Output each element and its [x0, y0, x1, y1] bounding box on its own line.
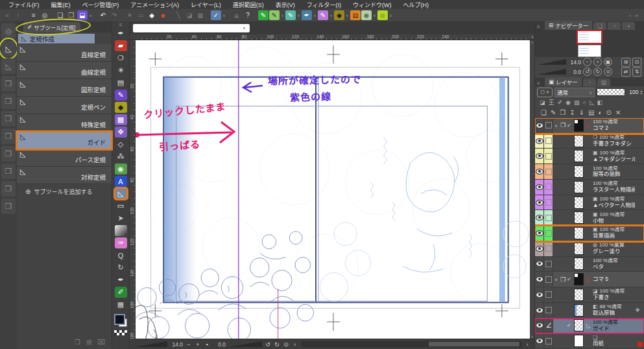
eraser-icon[interactable]: ◆ — [147, 10, 157, 20]
layer-row[interactable]: ∨ ❒ ✓ ◺ 100 %通常 コマ 2 — [535, 118, 644, 134]
scroll-left-icon[interactable]: ‹ — [292, 341, 298, 348]
tutorial-cap-icon[interactable]: ⌂ — [232, 10, 242, 20]
actual-size-icon[interactable]: ⊡ — [632, 58, 641, 67]
layer-row[interactable]: ∨ ❒ ✓ ◺ コマ 5 — [535, 272, 644, 287]
layer-checkbox-cell[interactable] — [544, 180, 553, 195]
lock-layer-icon[interactable]: ◉ — [566, 99, 571, 106]
layer-checkbox-cell[interactable] — [544, 149, 553, 163]
material-folder-x-icon[interactable]: ❒ — [1, 128, 16, 144]
item-bank-tab-icon[interactable]: ◔ — [608, 22, 621, 30]
layer-mask-icon[interactable]: ◐ — [599, 109, 602, 116]
clip-studio-icon[interactable]: ◎ — [40, 10, 50, 20]
layer-checkbox-cell[interactable] — [544, 287, 553, 302]
subtool-item[interactable]: ◺ 直線定規 — [17, 44, 112, 62]
layer-visibility-cell[interactable] — [535, 149, 544, 163]
zoom-fit-button[interactable]: ▪ — [204, 341, 210, 348]
rotate-right-icon[interactable]: ↻ — [593, 67, 602, 76]
layer-visibility-cell[interactable] — [535, 226, 544, 241]
object-tool-icon[interactable]: ➤ — [115, 213, 127, 224]
flip-horizontal-icon[interactable]: ⇄ — [621, 67, 630, 77]
eyedropper-tool-icon[interactable]: ✑ — [115, 237, 127, 248]
layer-row[interactable]: ▣100 %通常 小物 — [535, 210, 644, 226]
subtool-item[interactable]: ◺ 対称定規 — [17, 167, 112, 184]
navigator-preview[interactable] — [535, 30, 644, 57]
layer-row[interactable]: ▣100 %通常 背景描画 — [535, 226, 644, 241]
material-folder-x-icon[interactable]: ❒ — [1, 146, 16, 162]
rotate-left-icon[interactable]: ↺ — [583, 67, 591, 76]
new-folder-icon[interactable]: ❒ — [560, 109, 566, 116]
flip-vertical-icon[interactable]: ⇅ — [632, 67, 641, 77]
layer-thumbnail[interactable] — [574, 243, 584, 255]
delete-layer-icon[interactable]: ✕ — [615, 109, 621, 116]
layer-row[interactable]: ❍100 %通常 手書きフキダシ — [535, 134, 644, 149]
pattern-tool-icon[interactable]: ◉ — [115, 163, 127, 174]
menu-item[interactable]: 編集(E) — [45, 1, 77, 9]
palette-color-dropdown[interactable]: ▢∨ — [537, 88, 553, 97]
layer-row[interactable]: ◍100 %乗算 グレー塗り — [535, 241, 644, 257]
layer-row[interactable]: 100 %通常 服等の装飾 — [535, 164, 644, 180]
reference-layer-icon[interactable]: 王 — [549, 98, 555, 106]
menu-item[interactable]: ファイル(F) — [3, 1, 45, 9]
subtool-item[interactable]: ◺ 曲線定規 — [17, 62, 112, 79]
subtool-group-ruler-icon[interactable]: ◺ — [1, 41, 16, 56]
layer-visibility-cell[interactable] — [535, 287, 544, 302]
navigator-rotate-slider[interactable] — [538, 69, 566, 75]
frame-border-tool-icon[interactable]: ▭ — [115, 200, 127, 211]
layer-visibility-cell[interactable] — [535, 257, 544, 272]
zoom-tool-icon[interactable]: Q — [115, 250, 127, 261]
ruler-tool-icon[interactable]: ◺ — [115, 188, 127, 199]
tone-tool-icon[interactable]: ▩ — [115, 114, 127, 125]
paper-texture-icon[interactable]: ▤ — [588, 109, 594, 116]
layer-visibility-cell[interactable] — [535, 180, 544, 195]
layer-thumbnail[interactable] — [574, 181, 584, 193]
layer-thumbnail[interactable] — [574, 150, 584, 162]
subtool-item[interactable]: ◺ 定規ペン — [17, 97, 112, 114]
layer-thumbnail[interactable] — [574, 211, 584, 224]
panel-menu-icon[interactable]: ≡ — [537, 24, 543, 30]
snap-caret-icon[interactable]: ∨ — [222, 10, 226, 20]
fill-red-icon[interactable]: ■ — [158, 10, 168, 20]
expand-right-icon[interactable]: › — [629, 12, 631, 19]
layer-row[interactable]: 100 %通常 ベタ — [535, 257, 644, 272]
layer-thumbnail[interactable] — [574, 119, 584, 132]
rotate-view-tool-icon[interactable]: ↻ — [115, 262, 127, 273]
layer-row[interactable]: 100 %通常 ラスター人物描画 — [535, 180, 644, 195]
layer-visibility-cell[interactable] — [535, 195, 544, 210]
layer-thumbnail[interactable] — [574, 165, 584, 178]
layer-checkbox-cell[interactable] — [544, 134, 553, 149]
hamburger-menu-icon[interactable]: ≡ — [29, 10, 39, 20]
opacity-stepper[interactable]: ▴▾ — [640, 90, 642, 95]
transparent-color-swatch[interactable] — [114, 330, 127, 335]
pen-ink-icon[interactable]: ✒ — [302, 10, 312, 20]
layer-thumbnail[interactable] — [574, 319, 584, 331]
new-file-icon[interactable]: ❑ — [55, 10, 66, 20]
panel-menu-icon[interactable]: ≡ — [537, 80, 543, 86]
layer-checkbox-cell[interactable] — [544, 257, 553, 272]
new-folder-icon[interactable]: ❒ — [75, 339, 80, 346]
add-subtool-icon[interactable]: ⊞ — [86, 339, 91, 346]
main-color-swatch[interactable] — [114, 314, 125, 325]
material-folder-up-icon[interactable]: ❒ — [1, 199, 16, 214]
caret-icon[interactable]: ∨ — [296, 10, 301, 20]
layer-checkbox-cell[interactable] — [544, 303, 553, 318]
menu-item[interactable]: 表示(V) — [270, 1, 301, 9]
lime-swatch-icon[interactable]: ◼ — [377, 10, 388, 20]
layer-checkbox-cell[interactable] — [544, 226, 553, 241]
subtool-item[interactable]: ◺ 図形定規 — [17, 79, 112, 97]
subtool-create-ruler[interactable]: ◺ 定規作成 — [18, 34, 95, 43]
scroll-right-icon[interactable]: › — [524, 341, 531, 348]
frame-orange-icon[interactable]: ▤ — [350, 10, 361, 20]
layer-checkbox-cell[interactable] — [544, 241, 553, 256]
diamond-tool-icon[interactable]: ◇ — [115, 139, 127, 150]
scrollbar-thumb[interactable] — [429, 342, 519, 346]
layer-visibility-cell[interactable] — [535, 134, 544, 149]
snap-check-icon[interactable]: ✓ — [211, 10, 221, 20]
fill-olive-icon[interactable]: ◆ — [334, 10, 344, 20]
tone-circle-icon[interactable]: ◉ — [361, 10, 372, 20]
reset-rotation-icon[interactable]: ⊙ — [604, 67, 612, 76]
current-tool-pen-icon[interactable]: ✒ — [115, 28, 127, 39]
new-raster-layer-icon[interactable]: ❑ — [541, 109, 547, 116]
fit-screen-icon[interactable]: ⊞ — [621, 58, 630, 67]
vertical-ruler[interactable]: 20406080100120140160180 — [130, 40, 136, 339]
layer-thumbnail[interactable] — [574, 258, 584, 270]
